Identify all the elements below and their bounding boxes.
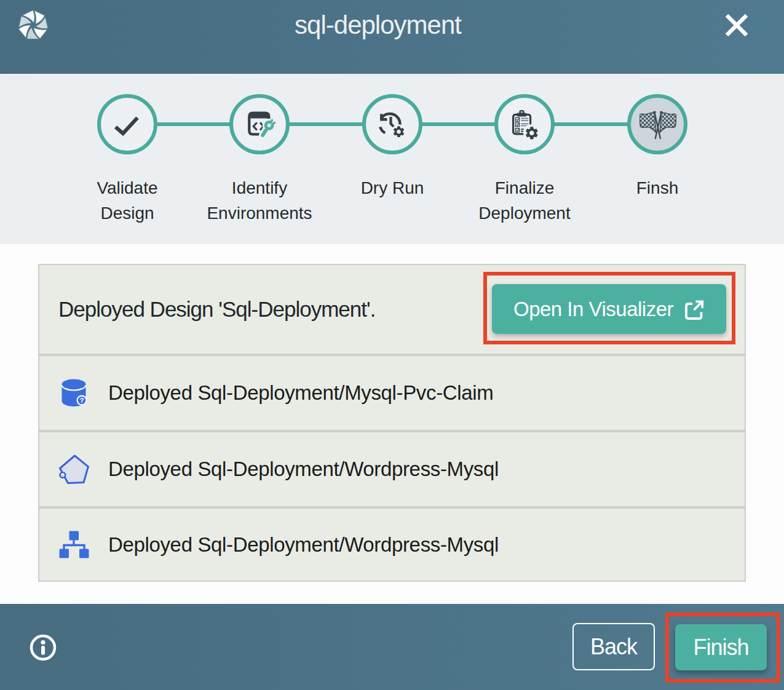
svg-text:?: ? [79, 397, 84, 404]
